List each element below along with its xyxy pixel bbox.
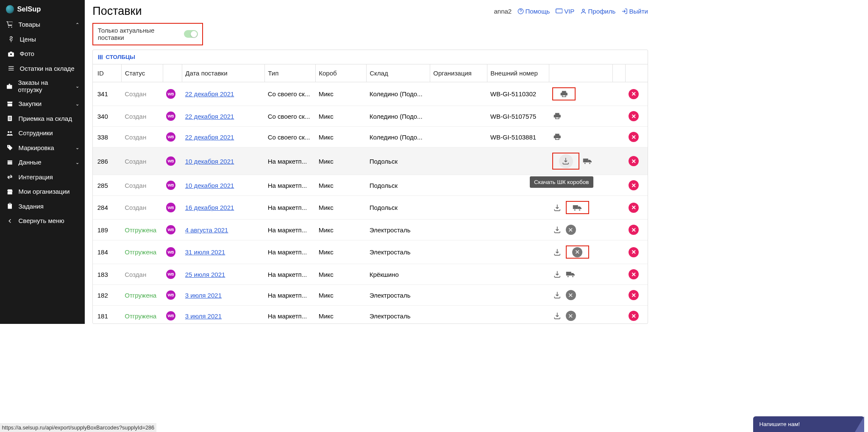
supply-date-link[interactable]: 31 июля 2021 <box>185 248 225 256</box>
toggle-label: Только актуальные поставки <box>98 27 179 41</box>
cell-status: Отгружена <box>122 240 163 264</box>
download-icon[interactable] <box>552 290 562 300</box>
vip-link[interactable]: VIP <box>556 8 574 15</box>
sidebar-item-10[interactable]: Свернуть меню <box>0 214 85 229</box>
download-icon[interactable] <box>552 203 562 213</box>
supply-date-link[interactable]: 25 июля 2021 <box>185 271 225 278</box>
delete-button[interactable] <box>629 132 639 142</box>
sidebar-item-0[interactable]: Товары⌃ <box>0 17 85 32</box>
sidebar-item-1[interactable]: Заказы на отгрузку⌄ <box>0 76 85 97</box>
svg-rect-8 <box>9 117 11 117</box>
sidebar-subitem-0-2[interactable]: Остатки на складе <box>0 61 85 76</box>
sidebar-item-label: Данные <box>19 159 42 166</box>
cell-ext <box>487 306 549 324</box>
logout-link[interactable]: Выйти <box>621 8 648 15</box>
column-header-2[interactable] <box>163 64 182 82</box>
table-row[interactable]: 189ОтгруженаWB4 августа 2021На маркетп..… <box>93 220 648 240</box>
print-icon[interactable] <box>559 89 569 99</box>
supply-date-link[interactable]: 10 декабря 2021 <box>185 158 234 165</box>
brand[interactable]: SelSup <box>0 0 85 17</box>
delete-button[interactable] <box>629 247 639 257</box>
download-icon[interactable] <box>552 225 562 235</box>
column-header-9[interactable] <box>549 64 613 82</box>
supply-date-link[interactable]: 4 августа 2021 <box>185 226 228 234</box>
cell-id: 340 <box>93 106 122 127</box>
supply-date-link[interactable]: 3 июля 2021 <box>185 312 222 320</box>
sidebar-item-3[interactable]: Приемка на склад <box>0 111 85 126</box>
org-icon <box>6 187 14 196</box>
download-icon[interactable] <box>552 311 562 321</box>
supply-date-link[interactable]: 3 июля 2021 <box>185 292 222 299</box>
sidebar-item-4[interactable]: Сотрудники <box>0 126 85 141</box>
table-row[interactable]: 284СозданWB16 декабря 2021На маркетп...М… <box>93 196 648 220</box>
table-row[interactable]: 338СозданWB22 декабря 2021Со своего ск..… <box>93 127 648 148</box>
download-icon[interactable] <box>552 269 562 279</box>
download-icon[interactable] <box>552 247 562 257</box>
columns-button[interactable]: СТОЛБЦЫ <box>93 50 648 64</box>
supply-date-link[interactable]: 22 декабря 2021 <box>185 113 234 120</box>
print-icon[interactable] <box>552 132 562 142</box>
delete-button[interactable] <box>629 203 639 213</box>
cancel-icon[interactable] <box>572 247 582 257</box>
table-row[interactable]: 341СозданWB22 декабря 2021Со своего ск..… <box>93 82 648 106</box>
cell-stock: Электросталь <box>366 285 430 306</box>
table-row[interactable]: 182ОтгруженаWB3 июля 2021На маркетп...Ми… <box>93 285 648 306</box>
column-header-1[interactable]: Статус <box>122 64 163 82</box>
delete-button[interactable] <box>629 269 639 279</box>
column-header-3[interactable]: Дата поставки <box>182 64 264 82</box>
table-row[interactable]: 183СозданWB25 июля 2021На маркетп...Микс… <box>93 264 648 285</box>
delete-button[interactable] <box>629 225 639 235</box>
sidebar-subitem-0-1[interactable]: Фото <box>0 47 85 61</box>
table-row[interactable]: 184ОтгруженаWB31 июля 2021На маркетп...М… <box>93 240 648 264</box>
delete-button[interactable] <box>629 89 639 99</box>
column-header-5[interactable]: Короб <box>315 64 366 82</box>
sidebar-item-5[interactable]: Маркировка⌄ <box>0 140 85 155</box>
supply-date-link[interactable]: 22 декабря 2021 <box>185 90 234 98</box>
column-header-7[interactable]: Организация <box>430 64 487 82</box>
supply-date-link[interactable]: 10 декабря 2021 <box>185 182 234 189</box>
table-row[interactable]: 286СозданWB10 декабря 2021На маркетп...М… <box>93 148 648 175</box>
cell-id: 182 <box>93 285 122 306</box>
column-header-11[interactable] <box>626 64 648 82</box>
supply-date-link[interactable]: 16 декабря 2021 <box>185 204 234 211</box>
column-header-4[interactable]: Тип <box>264 64 315 82</box>
sidebar-item-6[interactable]: Данные⌄ <box>0 155 85 170</box>
print-icon[interactable] <box>552 111 562 121</box>
delete-button[interactable] <box>629 290 639 300</box>
sidebar-item-2[interactable]: Закупки⌄ <box>0 97 85 111</box>
delete-button[interactable] <box>629 111 639 121</box>
cell-ext <box>487 264 549 285</box>
cancel-icon[interactable] <box>566 225 576 235</box>
cancel-icon[interactable] <box>566 290 576 300</box>
cell-id: 286 <box>93 148 122 175</box>
cell-date: 16 декабря 2021 <box>182 196 264 220</box>
delete-button[interactable] <box>629 311 639 321</box>
column-header-6[interactable]: Склад <box>366 64 430 82</box>
sidebar-item-7[interactable]: Интеграция <box>0 170 85 184</box>
cancel-icon[interactable] <box>566 311 576 321</box>
truck-icon[interactable] <box>566 269 576 279</box>
cell-marketplace: WB <box>163 82 182 106</box>
column-header-8[interactable]: Внешний номер <box>487 64 549 82</box>
actual-supplies-toggle[interactable] <box>184 30 198 38</box>
chevron-down-icon: ⌄ <box>75 160 79 165</box>
profile-link[interactable]: Профиль <box>580 8 616 15</box>
camera-icon <box>7 50 16 58</box>
column-header-10[interactable] <box>613 64 626 82</box>
sidebar-subitem-0-0[interactable]: Цены <box>0 32 85 47</box>
cell-box: Микс <box>315 127 366 148</box>
truck-icon[interactable] <box>583 156 593 166</box>
column-header-0[interactable]: ID <box>93 64 122 82</box>
table-row[interactable]: 340СозданWB22 декабря 2021Со своего ск..… <box>93 106 648 127</box>
sidebar-item-9[interactable]: Задания <box>0 199 85 214</box>
cell-delete <box>626 220 648 240</box>
cell-date: 3 июля 2021 <box>182 306 264 324</box>
truck-icon[interactable] <box>572 203 582 213</box>
help-link[interactable]: Помощь <box>517 8 550 15</box>
sidebar-item-8[interactable]: Мои организации <box>0 184 85 199</box>
delete-button[interactable] <box>629 180 639 190</box>
download-icon[interactable] <box>559 154 573 168</box>
supply-date-link[interactable]: 22 декабря 2021 <box>185 134 234 141</box>
delete-button[interactable] <box>629 156 639 166</box>
table-row[interactable]: 181ОтгруженаWB3 июля 2021На маркетп...Ми… <box>93 306 648 324</box>
